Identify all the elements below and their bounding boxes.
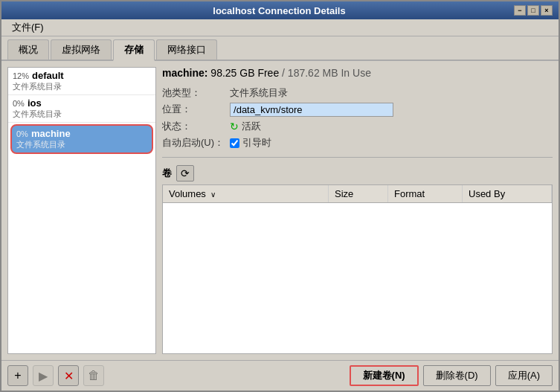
volumes-table: Volumes ∨ Size Format Used By [162, 184, 553, 354]
window-title: localhost Connection Details [45, 5, 514, 16]
pool-info-grid: 池类型： 文件系统目录 位置： 状态： ↻ 活跃 自动启动(U)： 引导时 [162, 86, 553, 150]
pool-item-default[interactable]: 12% default 文件系统目录 [8, 68, 155, 95]
tab-storage[interactable]: 存储 [113, 39, 155, 61]
stop-pool-button[interactable]: ✕ [58, 365, 79, 386]
pool-list: 12% default 文件系统目录 0% ios 文件系统目录 0% mach… [7, 67, 156, 354]
minimize-button[interactable]: − [514, 5, 526, 16]
table-header: Volumes ∨ Size Format Used By [163, 185, 552, 203]
autostart-label: 自动启动(U)： [162, 136, 224, 150]
pool-details: machine: 98.25 GB Free / 187.62 MB In Us… [162, 67, 553, 354]
apply-button[interactable]: 应用(A) [495, 365, 553, 386]
state-label: 状态： [162, 120, 224, 133]
add-pool-button[interactable]: + [7, 365, 28, 386]
pool-type-machine: 文件系统目录 [16, 139, 147, 150]
state-value: 活跃 [242, 120, 261, 133]
table-body [163, 203, 552, 352]
pool-name-ios: ios [28, 97, 42, 109]
delete-icon: 🗑 [88, 369, 100, 382]
pool-percent-machine: 0% [16, 129, 28, 138]
state-row: ↻ 活跃 [230, 120, 553, 133]
tab-overview[interactable]: 概况 [7, 39, 49, 60]
autostart-checkbox[interactable] [230, 138, 239, 148]
pool-name-machine: machine [31, 128, 71, 139]
pool-title-row: machine: 98.25 GB Free / 187.62 MB In Us… [162, 67, 553, 79]
volumes-header: 卷 ⟳ [162, 165, 553, 181]
titlebar-controls: − □ × [514, 5, 553, 16]
tab-virtual-network[interactable]: 虚拟网络 [51, 39, 112, 60]
location-label: 位置： [162, 103, 224, 117]
maximize-button[interactable]: □ [527, 5, 539, 16]
col-volumes[interactable]: Volumes ∨ [163, 185, 329, 202]
refresh-button[interactable]: ⟳ [176, 165, 194, 181]
main-content: 12% default 文件系统目录 0% ios 文件系统目录 0% mach… [1, 61, 559, 360]
delete-volume-button[interactable]: 删除卷(D) [423, 365, 491, 386]
pool-free-space: 98.25 GB Free [210, 67, 279, 79]
col-size[interactable]: Size [329, 185, 388, 202]
status-active-icon: ↻ [230, 121, 239, 132]
col-format[interactable]: Format [388, 185, 463, 202]
add-icon: + [14, 369, 21, 382]
pool-detail-name: machine: [162, 67, 207, 79]
autostart-row: 引导时 [230, 136, 553, 150]
tab-network-interface[interactable]: 网络接口 [156, 39, 217, 60]
location-value [230, 103, 553, 117]
pool-type-label: 池类型： [162, 86, 224, 100]
pool-used-space: / 187.62 MB In Use [282, 67, 371, 79]
start-pool-button[interactable]: ▶ [33, 365, 54, 386]
pool-type-value: 文件系统目录 [230, 86, 553, 100]
file-menu[interactable]: 文件(F) [7, 20, 48, 34]
close-button[interactable]: × [541, 5, 553, 16]
pool-item-ios[interactable]: 0% ios 文件系统目录 [8, 95, 155, 123]
pool-name-default: default [32, 70, 64, 81]
bottom-toolbar: + ▶ ✕ 🗑 新建卷(N) 删除卷(D) 应用(A) [1, 360, 559, 391]
menubar: 文件(F) [1, 19, 559, 36]
play-icon: ▶ [39, 369, 48, 383]
autostart-value: 引导时 [242, 136, 271, 150]
main-window: localhost Connection Details − □ × 文件(F)… [0, 0, 560, 392]
pool-percent-ios: 0% [13, 99, 25, 108]
pool-percent-default: 12% [13, 71, 29, 80]
refresh-icon: ⟳ [181, 167, 190, 179]
divider [162, 157, 553, 158]
tab-bar: 概况 虚拟网络 存储 网络接口 [1, 36, 559, 61]
location-input[interactable] [230, 103, 393, 117]
pool-type-ios: 文件系统目录 [13, 109, 151, 120]
titlebar: localhost Connection Details − □ × [1, 1, 559, 19]
stop-icon: ✕ [64, 369, 74, 383]
new-volume-button[interactable]: 新建卷(N) [350, 365, 419, 386]
volumes-section: 卷 ⟳ Volumes ∨ Size [162, 165, 553, 354]
volumes-label: 卷 [162, 167, 172, 180]
col-used-by[interactable]: Used By [463, 185, 552, 202]
delete-pool-button[interactable]: 🗑 [83, 365, 104, 386]
pool-type-default: 文件系统目录 [13, 81, 151, 92]
pool-item-machine[interactable]: 0% machine 文件系统目录 [10, 124, 153, 154]
